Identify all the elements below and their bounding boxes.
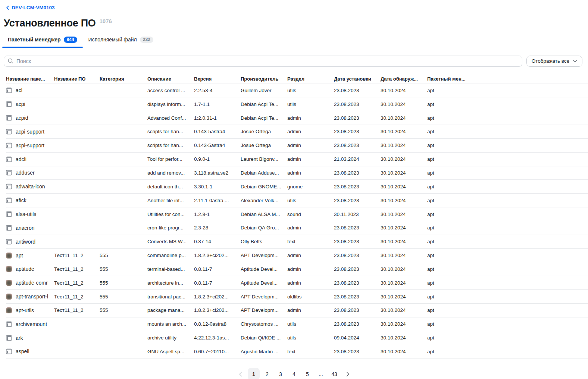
table-row[interactable]: apt-transport-httpsТест11_11_2555transit… — [6, 290, 588, 304]
column-header-0[interactable]: Название паке... — [6, 76, 54, 82]
category-cell: 555 — [100, 280, 147, 286]
table-row[interactable]: acpi-supportscripts for han...0.143-5ast… — [6, 139, 588, 153]
producer-cell: Laurent Bigonv... — [241, 156, 287, 162]
section-cell: admin — [287, 115, 334, 121]
package-icon — [6, 348, 12, 354]
package-icon — [6, 101, 12, 107]
pagination-page-1[interactable]: 1 — [248, 368, 260, 379]
table-row[interactable]: arkarchive utility4:22.12.3-1as...Debian… — [6, 331, 588, 345]
discovery-date-cell: 30.10.2024 — [381, 225, 427, 231]
discovery-date-cell: 30.10.2024 — [381, 129, 427, 134]
table-body: aclaccess control ...2.2.53-4Guillem Jov… — [6, 84, 588, 359]
version-cell: 2.2.53-4 — [194, 88, 241, 93]
discovery-date-cell: 30.10.2024 — [381, 294, 427, 300]
column-header-1[interactable]: Название ПО — [54, 76, 100, 82]
version-cell: 3.30.1-1 — [194, 184, 241, 190]
table-row[interactable]: aclaccess control ...2.2.53-4Guillem Jov… — [6, 84, 588, 98]
pagination-prev-button[interactable] — [234, 368, 246, 379]
column-header-9[interactable]: Пакетный мен... — [427, 76, 588, 82]
package-manager-cell: apt — [427, 349, 588, 354]
table-row[interactable]: alsa-utilsUtilities for con...1.2.8-1Deb… — [6, 207, 588, 221]
producer-cell: APT Developm... — [241, 294, 287, 300]
tab-package-manager[interactable]: Пакетный менеджер 844 — [2, 34, 83, 48]
install-date-cell: 23.08.2023 — [334, 184, 381, 190]
table-row[interactable]: adwaita-icondefault icon th...3.30.1-1De… — [6, 180, 588, 194]
pagination-page-4[interactable]: 4 — [288, 368, 300, 379]
table-row[interactable]: acpidisplays inform...1.7-1.1Debian Acpi… — [6, 97, 588, 111]
display-all-dropdown[interactable]: Отображать все — [526, 56, 582, 67]
package-manager-cell: apt — [427, 212, 588, 217]
search-box[interactable] — [4, 56, 522, 67]
tab-executable-file[interactable]: Исполняемый файл 232 — [83, 34, 159, 48]
pagination-next-button[interactable] — [342, 368, 354, 379]
pagination-pages: 12345...43 — [248, 368, 340, 379]
table-row[interactable]: aptТест11_11_2555commandline p...1.8.2.3… — [6, 249, 588, 263]
package-icon — [6, 211, 12, 217]
table-row[interactable]: archivemountmounts an arch...0.8.12-0ast… — [6, 317, 588, 331]
producer-cell: Chrysostomos ... — [241, 321, 287, 327]
discovery-date-cell: 30.10.2024 — [381, 170, 427, 176]
package-name-cell: adcli — [6, 156, 54, 162]
package-name: ark — [16, 335, 23, 341]
search-input[interactable] — [16, 58, 518, 64]
description-cell: package mana... — [147, 307, 194, 313]
section-cell: utils — [287, 101, 334, 107]
column-header-4[interactable]: Версия — [194, 76, 241, 82]
package-manager-cell: apt — [427, 253, 588, 258]
table-row[interactable]: antiwordConverts MS W...0.37-14Olly Bett… — [6, 235, 588, 249]
description-cell: add and remov... — [147, 170, 194, 176]
column-header-8[interactable]: Дата обнаруж... — [381, 76, 427, 82]
pagination-page-3[interactable]: 3 — [275, 368, 287, 379]
column-header-3[interactable]: Описание — [147, 76, 194, 82]
section-cell: oldlibs — [287, 294, 334, 300]
package-name-cell: antiword — [6, 239, 54, 245]
column-header-6[interactable]: Раздел — [287, 76, 334, 82]
version-cell: 0.37-14 — [194, 239, 241, 244]
table-row[interactable]: aptitudeТест11_11_2555terminal-based...0… — [6, 262, 588, 276]
table-row[interactable]: anacroncron-like progr...2.3-28Debian QA… — [6, 221, 588, 235]
package-manager-cell: apt — [427, 129, 588, 134]
section-cell: admin — [287, 129, 334, 134]
back-link[interactable]: DEV-LCM-VM0103 — [6, 5, 55, 10]
section-cell: admin — [287, 142, 334, 148]
column-header-7[interactable]: Дата установки — [334, 76, 381, 82]
package-name: anacron — [16, 225, 35, 231]
package-name-cell: acpi-support — [6, 129, 54, 135]
package-manager-cell: apt — [427, 266, 588, 272]
column-header-5[interactable]: Производитель — [241, 76, 287, 82]
install-date-cell: 30.11.2023 — [334, 212, 381, 217]
software-name-cell: Тест11_11_2 — [54, 266, 100, 272]
column-header-2[interactable]: Категория — [100, 76, 147, 82]
description-cell: archive utility — [147, 335, 194, 341]
table-row[interactable]: apt-utilsТест11_11_2555package mana...1.… — [6, 304, 588, 317]
search-icon — [8, 58, 13, 64]
version-cell: 0.60.7~20110... — [194, 349, 241, 354]
package-name-cell: acl — [6, 87, 54, 93]
producer-cell: Agustin Martin ... — [241, 349, 287, 354]
tab-package-manager-label: Пакетный менеджер — [8, 37, 61, 43]
package-name-cell: ark — [6, 335, 54, 341]
table-row[interactable]: adduseradd and remov...3.118.astra.se2De… — [6, 166, 588, 180]
table-row[interactable]: acpi-supportscripts for han...0.143-5ast… — [6, 125, 588, 139]
package-manager-cell: apt — [427, 294, 588, 300]
table-row[interactable]: adcliTool for perfor...0.9.0-1Laurent Bi… — [6, 153, 588, 166]
pagination-page-5[interactable]: 5 — [301, 368, 313, 379]
table-row[interactable]: aptitude-commonТест11_11_2555architectur… — [6, 276, 588, 290]
section-cell: utils — [287, 335, 334, 341]
package-name: alsa-utils — [16, 211, 36, 217]
table-row[interactable]: afickAnother file int...2.11.1-0astra...… — [6, 194, 588, 207]
discovery-date-cell: 30.10.2024 — [381, 266, 427, 272]
table-row[interactable]: acpidAdvanced Conf...1:2.0.31-1Debian Ac… — [6, 111, 588, 125]
package-name: acpi-support — [16, 142, 44, 148]
description-cell: scripts for han... — [147, 129, 194, 134]
package-manager-cell: apt — [427, 280, 588, 286]
software-image-icon — [6, 266, 12, 272]
pagination-page-43[interactable]: 43 — [328, 368, 340, 379]
table-row[interactable]: aspellGNU Aspell sp...0.60.7~20110...Agu… — [6, 345, 588, 359]
producer-cell: APT Developm... — [241, 253, 287, 258]
package-name: archivemount — [16, 321, 47, 327]
package-name-cell: apt-transport-https — [6, 294, 54, 300]
tab-package-manager-badge: 844 — [64, 37, 77, 43]
producer-cell: Josue Ortega — [241, 142, 287, 148]
pagination-page-2[interactable]: 2 — [261, 368, 273, 379]
